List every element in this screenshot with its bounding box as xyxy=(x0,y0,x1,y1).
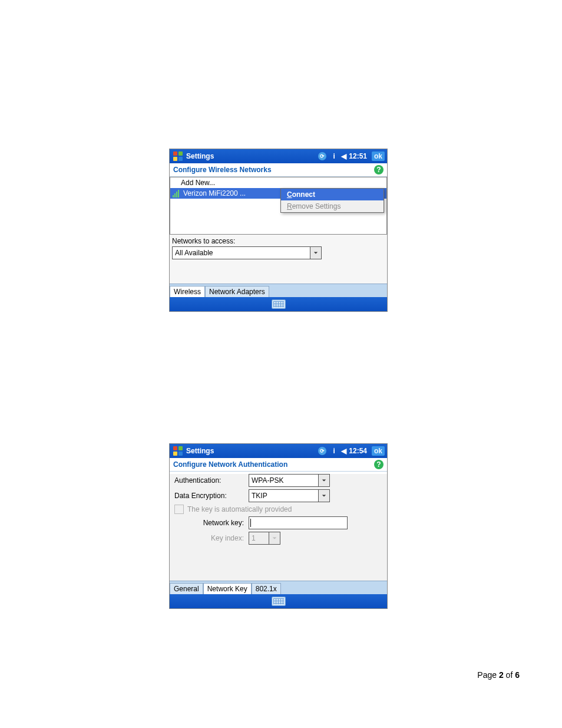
autokey-label: The key is automatically provided xyxy=(187,505,292,513)
screenshot-wireless-networks: Settings ⟳ i ◀ 12:51 ok Configure Wirele… xyxy=(169,149,388,312)
menu-connect[interactable]: Connect xyxy=(281,189,384,200)
activesync-icon[interactable]: ⟳ xyxy=(318,151,327,161)
tab-bar: Wireless Network Adapters xyxy=(170,284,387,297)
clock-time[interactable]: 12:54 xyxy=(349,447,367,455)
dropdown-value: WPA-PSK xyxy=(249,476,318,485)
soft-key-bar xyxy=(170,297,387,311)
network-key-label: Network key: xyxy=(174,519,244,527)
help-icon[interactable]: ? xyxy=(374,165,384,174)
footer-prefix: Page xyxy=(477,670,499,680)
networks-to-access-label: Networks to access: xyxy=(172,237,385,245)
dropdown-value: TKIP xyxy=(249,492,318,500)
page-title: Configure Network Authentication xyxy=(173,460,287,469)
titlebar: Settings ⟳ i ◀ 12:51 ok xyxy=(170,149,387,163)
row-autokey: The key is automatically provided xyxy=(174,505,382,514)
chevron-down-icon xyxy=(318,475,329,486)
chevron-down-icon xyxy=(310,247,321,259)
titlebar: Settings ⟳ i ◀ 12:54 ok xyxy=(170,444,387,458)
row-authentication: Authentication: WPA-PSK xyxy=(174,474,382,487)
subheader: Configure Network Authentication ? xyxy=(170,458,387,472)
dropdown-value: All Available xyxy=(173,249,310,257)
tab-wireless[interactable]: Wireless xyxy=(170,286,205,297)
start-button[interactable] xyxy=(172,445,184,457)
context-menu: Connect Remove Settings xyxy=(280,188,384,213)
tab-8021x[interactable]: 802.1x xyxy=(252,583,281,594)
row-network-key: Network key: xyxy=(174,516,382,529)
footer-of: of xyxy=(504,670,515,680)
windows-flag-icon xyxy=(173,151,183,161)
start-button[interactable] xyxy=(172,150,184,162)
connectivity-icon[interactable]: i xyxy=(329,446,339,456)
tab-network-key[interactable]: Network Key xyxy=(203,583,252,594)
row-encryption: Data Encryption: TKIP xyxy=(174,489,382,502)
help-icon[interactable]: ? xyxy=(374,460,384,469)
signal-icon xyxy=(173,189,181,197)
dropdown-value: 1 xyxy=(249,534,269,542)
page: Settings ⟳ i ◀ 12:51 ok Configure Wirele… xyxy=(0,0,562,728)
key-index-dropdown: 1 xyxy=(249,532,280,545)
page-footer: Page 2 of 6 xyxy=(477,670,520,680)
authentication-label: Authentication: xyxy=(174,476,244,485)
networks-to-access-dropdown[interactable]: All Available xyxy=(172,246,322,259)
clock-time[interactable]: 12:51 xyxy=(349,152,367,160)
encryption-label: Data Encryption: xyxy=(174,492,244,500)
activesync-icon[interactable]: ⟳ xyxy=(318,446,327,456)
text-cursor-icon xyxy=(250,519,251,527)
ok-button[interactable]: ok xyxy=(372,446,385,456)
title-text: Settings xyxy=(186,152,315,160)
windows-flag-icon xyxy=(173,446,183,456)
key-index-label: Key index: xyxy=(174,534,244,542)
subheader: Configure Wireless Networks ? xyxy=(170,163,387,177)
add-new-network[interactable]: Add New... xyxy=(170,177,386,188)
network-list: Add New... Verizon MiFi2200 ... Availa C… xyxy=(170,177,387,235)
ok-button[interactable]: ok xyxy=(372,151,385,161)
title-text: Settings xyxy=(186,447,315,455)
encryption-dropdown[interactable]: TKIP xyxy=(249,489,330,502)
screenshot-network-auth: Settings ⟳ i ◀ 12:54 ok Configure Networ… xyxy=(169,443,388,609)
tab-network-adapters[interactable]: Network Adapters xyxy=(205,286,269,297)
volume-icon[interactable]: ◀ xyxy=(341,152,346,160)
footer-current-page: 2 xyxy=(499,670,504,680)
volume-icon[interactable]: ◀ xyxy=(341,447,346,455)
connectivity-icon[interactable]: i xyxy=(329,151,339,161)
body: Authentication: WPA-PSK Data Encryption:… xyxy=(170,474,387,581)
autokey-checkbox xyxy=(174,505,184,514)
chevron-down-icon xyxy=(269,532,280,544)
row-key-index: Key index: 1 xyxy=(174,532,382,545)
keyboard-icon[interactable] xyxy=(272,597,286,606)
page-title: Configure Wireless Networks xyxy=(173,166,272,174)
network-key-input[interactable] xyxy=(249,516,348,529)
menu-remove-settings: Remove Settings xyxy=(281,200,384,212)
footer-total-pages: 6 xyxy=(515,670,520,680)
soft-key-bar xyxy=(170,594,387,608)
chevron-down-icon xyxy=(318,490,329,502)
body: Add New... Verizon MiFi2200 ... Availa C… xyxy=(170,177,387,284)
authentication-dropdown[interactable]: WPA-PSK xyxy=(249,474,330,487)
tab-general[interactable]: General xyxy=(170,583,203,594)
network-name: Verizon MiFi2200 ... xyxy=(183,189,246,197)
tab-bar: General Network Key 802.1x xyxy=(170,581,387,594)
keyboard-icon[interactable] xyxy=(272,299,286,309)
